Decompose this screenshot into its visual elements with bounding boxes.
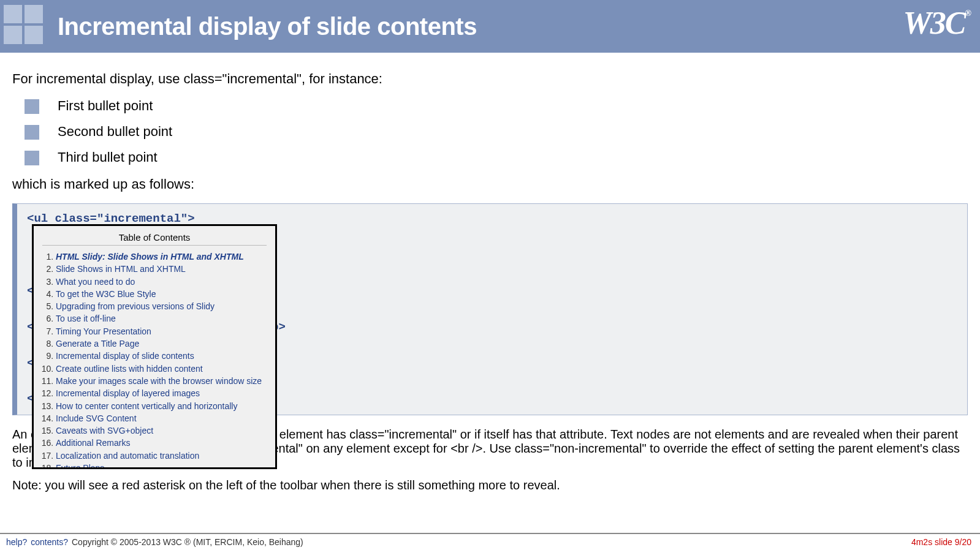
toc-item[interactable]: Generate a Title Page — [56, 337, 267, 350]
toc-item[interactable]: Caveats with SVG+object — [56, 424, 267, 437]
toc-item-link[interactable]: Incremental display of layered images — [56, 388, 200, 398]
slide-footer: help? contents? Copyright © 2005-2013 W3… — [0, 533, 980, 550]
toc-item-link[interactable]: Upgrading from previous versions of Slid… — [56, 301, 215, 311]
toc-item-link[interactable]: Future Plans — [56, 463, 104, 469]
slide-counter: 4m2s slide 9/20 — [911, 537, 971, 547]
toc-item-link[interactable]: Make your images scale with the browser … — [56, 376, 262, 386]
toc-item[interactable]: Timing Your Presentation — [56, 325, 267, 337]
w3c-logo: W3C® — [903, 5, 970, 41]
toc-item-link[interactable]: Incremental display of slide contents — [56, 351, 194, 361]
toc-item[interactable]: Slide Shows in HTML and XHTML — [56, 263, 267, 275]
contents-link[interactable]: contents? — [31, 537, 68, 547]
header-logo-squares — [4, 5, 47, 48]
followup-paragraph: which is marked up as follows: — [12, 176, 968, 192]
toc-item-link[interactable]: Create outline lists with hidden content — [56, 364, 203, 374]
toc-item-link[interactable]: Generate a Title Page — [56, 339, 139, 348]
toc-item-link[interactable]: Additional Remarks — [56, 438, 130, 448]
toc-item-link[interactable]: Include SVG Content — [56, 413, 137, 423]
incremental-bullet-list: First bullet point Second bullet point T… — [25, 98, 968, 165]
toc-item[interactable]: What you need to do — [56, 276, 267, 288]
toc-item-link[interactable]: To get the W3C Blue Style — [56, 289, 156, 299]
toc-title: Table of Contents — [42, 232, 267, 243]
toc-item-link[interactable]: HTML Slidy: Slide Shows in HTML and XHTM… — [56, 252, 244, 262]
body-paragraph-2: Note: you will see a red asterisk on the… — [12, 478, 968, 492]
table-of-contents-popup[interactable]: Table of Contents HTML Slidy: Slide Show… — [32, 224, 277, 469]
help-link[interactable]: help? — [6, 537, 27, 547]
toc-item[interactable]: Incremental display of slide contents — [56, 350, 267, 362]
intro-paragraph: For incremental display, use class="incr… — [12, 71, 968, 87]
copyright-text: Copyright © 2005-2013 W3C ® (MIT, ERCIM,… — [72, 537, 303, 547]
toc-item[interactable]: Upgrading from previous versions of Slid… — [56, 300, 267, 312]
slide-total: 20 — [962, 537, 971, 547]
slide-current: 9 — [955, 537, 960, 547]
list-item: First bullet point — [25, 98, 968, 114]
slide-label: slide — [935, 537, 952, 547]
toc-item[interactable]: Future Plans — [56, 462, 267, 469]
slide-title: Incremental display of slide contents — [58, 14, 477, 39]
toc-item-link[interactable]: Slide Shows in HTML and XHTML — [56, 264, 186, 274]
timer-text: 4m2s — [911, 537, 932, 547]
list-item: Third bullet point — [25, 149, 968, 165]
toc-item[interactable]: How to center content vertically and hor… — [56, 400, 267, 412]
toc-list: HTML Slidy: Slide Shows in HTML and XHTM… — [42, 251, 267, 469]
toc-item-link[interactable]: How to center content vertically and hor… — [56, 401, 237, 411]
toc-item[interactable]: To use it off-line — [56, 312, 267, 325]
toc-item[interactable]: Additional Remarks — [56, 437, 267, 449]
toc-item-link[interactable]: To use it off-line — [56, 314, 116, 323]
toc-item[interactable]: Make your images scale with the browser … — [56, 375, 267, 387]
registered-mark: ® — [965, 9, 970, 18]
toc-item[interactable]: Include SVG Content — [56, 412, 267, 424]
w3c-logo-text: W3C — [903, 6, 965, 40]
toc-item-link[interactable]: Caveats with SVG+object — [56, 426, 153, 435]
toc-divider — [42, 245, 267, 246]
slide-header: Incremental display of slide contents W3… — [0, 0, 980, 53]
toc-item[interactable]: Incremental display of layered images — [56, 387, 267, 399]
toc-item-link[interactable]: Timing Your Presentation — [56, 326, 151, 336]
toc-item[interactable]: Create outline lists with hidden content — [56, 363, 267, 375]
toc-item-link[interactable]: What you need to do — [56, 277, 135, 287]
toc-item[interactable]: HTML Slidy: Slide Shows in HTML and XHTM… — [56, 251, 267, 263]
toc-item-link[interactable]: Localization and automatic translation — [56, 451, 199, 461]
toc-item[interactable]: To get the W3C Blue Style — [56, 288, 267, 300]
toc-item[interactable]: Localization and automatic translation — [56, 450, 267, 462]
list-item: Second bullet point — [25, 124, 968, 140]
